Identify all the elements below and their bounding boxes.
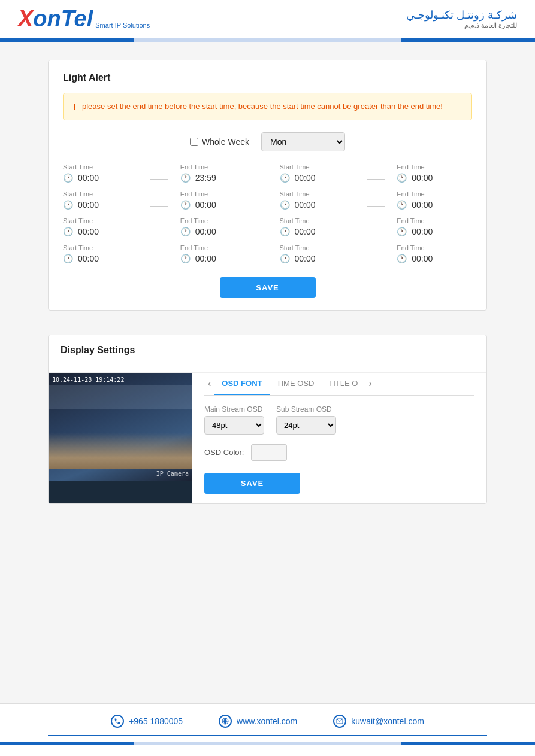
end-time-field-4: End Time 🕐 bbox=[180, 244, 256, 265]
main-stream-group: Main Stream OSD 12pt 16pt 24pt 32pt 48pt bbox=[204, 405, 264, 435]
whole-week-label[interactable]: Whole Week bbox=[190, 137, 249, 147]
footer-phone: +965 1880005 bbox=[111, 715, 183, 728]
header-right: شركـة زونتـل تكنـولوجـي للتجارة العامة ذ… bbox=[406, 8, 517, 29]
arabic-title: شركـة زونتـل تكنـولوجـي bbox=[406, 8, 517, 22]
end-time-label-r4: End Time bbox=[397, 244, 472, 251]
start-time-label-4: Start Time bbox=[63, 244, 138, 251]
start-time-input-3[interactable] bbox=[77, 226, 113, 238]
start-time-input-r3[interactable] bbox=[294, 226, 330, 238]
time-row-4-right: Start Time 🕐 End Time 🕐 bbox=[280, 244, 473, 265]
clock-icon-r2: 🕐 bbox=[280, 200, 290, 210]
start-time-input-1[interactable] bbox=[77, 172, 113, 184]
end-time-input-r1[interactable] bbox=[410, 172, 446, 184]
end-time-input-r2[interactable] bbox=[410, 199, 446, 211]
display-body: 10.24-11-28 19:14:22 IP Camera ‹ OSD FON… bbox=[49, 373, 486, 503]
end-time-input-r3[interactable] bbox=[410, 226, 446, 238]
tab-time-osd[interactable]: TIME OSD bbox=[270, 373, 322, 395]
logo-subtitle: Smart IP Solutions bbox=[95, 22, 150, 29]
warning-text: please set the end time before the start… bbox=[82, 101, 443, 113]
display-settings-save-button[interactable]: SAVE bbox=[204, 473, 300, 494]
room-floor bbox=[49, 433, 192, 469]
day-selector[interactable]: Mon Tue Wed Thu Fri Sat Sun bbox=[261, 132, 345, 151]
time-grid: Start Time 🕐 End Time 🕐 bbox=[63, 163, 472, 265]
clock-icon-3: 🕐 bbox=[63, 227, 73, 236]
end-time-label-r1: End Time bbox=[397, 163, 472, 171]
end-time-field-r4: End Time 🕐 bbox=[397, 244, 472, 265]
end-time-field-r2: End Time 🕐 bbox=[397, 190, 472, 211]
clock-icon-end-1: 🕐 bbox=[180, 173, 191, 183]
start-time-field-2: Start Time 🕐 bbox=[63, 190, 138, 211]
time-row-1-left: Start Time 🕐 End Time 🕐 bbox=[63, 163, 256, 184]
clock-icon-r3: 🕐 bbox=[280, 227, 290, 236]
footer-divider bbox=[48, 735, 487, 736]
end-time-field-2: End Time 🕐 bbox=[180, 190, 256, 211]
camera-overlay-text: IP Camera bbox=[156, 470, 189, 477]
arabic-subtitle: للتجارة العامة ذ.م.م bbox=[406, 22, 517, 29]
clock-icon-1: 🕐 bbox=[63, 173, 73, 183]
time-separator-3 bbox=[150, 233, 168, 233]
end-time-field-1: End Time 🕐 bbox=[180, 163, 256, 184]
start-time-input-4[interactable] bbox=[77, 253, 113, 265]
start-time-field-r2: Start Time 🕐 bbox=[280, 190, 355, 211]
camera-preview-inner: 10.24-11-28 19:14:22 IP Camera bbox=[49, 373, 192, 481]
display-settings-title: Display Settings bbox=[61, 345, 474, 356]
tab-next-arrow[interactable]: › bbox=[365, 374, 375, 394]
footer-bar-bottom bbox=[0, 742, 535, 745]
light-alert-save-button[interactable]: SAVE bbox=[220, 277, 316, 298]
end-time-input-3[interactable] bbox=[194, 226, 230, 238]
start-time-input-r1[interactable] bbox=[294, 172, 330, 184]
sub-stream-select[interactable]: 12pt 16pt 24pt 32pt 48pt bbox=[276, 416, 336, 435]
footer-bar-3 bbox=[401, 742, 535, 745]
clock-icon-end-2: 🕐 bbox=[180, 200, 191, 210]
time-row-2-left: Start Time 🕐 End Time 🕐 bbox=[63, 190, 256, 211]
tab-osd-font[interactable]: OSD FONT bbox=[214, 373, 269, 395]
clock-icon-2: 🕐 bbox=[63, 200, 73, 210]
start-time-field-4: Start Time 🕐 bbox=[63, 244, 138, 265]
start-time-input-r2[interactable] bbox=[294, 199, 330, 211]
alert-warning-box: ! please set the end time before the sta… bbox=[63, 93, 472, 120]
time-separator-4 bbox=[150, 260, 168, 260]
start-time-input-2[interactable] bbox=[77, 199, 113, 211]
clock-icon-r4: 🕐 bbox=[280, 254, 290, 263]
start-time-label-r4: Start Time bbox=[280, 244, 355, 251]
end-time-field-r1: End Time 🕐 bbox=[397, 163, 472, 184]
tab-title-osd[interactable]: TITLE O bbox=[321, 373, 365, 395]
end-time-label-r3: End Time bbox=[397, 217, 472, 224]
start-time-label-2: Start Time bbox=[63, 190, 138, 198]
clock-icon-end-r2: 🕐 bbox=[397, 200, 407, 210]
logo: X onTel Smart IP Solutions bbox=[18, 6, 150, 32]
time-separator-r1 bbox=[367, 179, 385, 180]
start-time-input-r4[interactable] bbox=[294, 253, 330, 265]
end-time-field-r3: End Time 🕐 bbox=[397, 217, 472, 238]
start-time-label-r1: Start Time bbox=[280, 163, 355, 171]
warning-icon: ! bbox=[73, 101, 76, 111]
end-time-input-1[interactable] bbox=[194, 172, 230, 184]
time-row-3-right: Start Time 🕐 End Time 🕐 bbox=[280, 217, 473, 238]
end-time-input-r4[interactable] bbox=[410, 253, 446, 265]
main-content: Light Alert ! please set the end time be… bbox=[0, 42, 535, 703]
end-time-label-3: End Time bbox=[180, 217, 256, 224]
clock-icon-end-r1: 🕐 bbox=[397, 173, 407, 183]
time-separator-1 bbox=[150, 179, 168, 180]
whole-week-checkbox[interactable] bbox=[190, 138, 198, 146]
clock-icon-r1: 🕐 bbox=[280, 173, 290, 183]
tab-prev-arrow[interactable]: ‹ bbox=[204, 374, 214, 394]
phone-text: +965 1880005 bbox=[129, 716, 183, 726]
end-time-input-4[interactable] bbox=[194, 253, 230, 265]
main-stream-select[interactable]: 12pt 16pt 24pt 32pt 48pt bbox=[204, 416, 264, 435]
light-alert-card: Light Alert ! please set the end time be… bbox=[48, 60, 487, 311]
room-ceiling bbox=[49, 385, 192, 409]
camera-preview: 10.24-11-28 19:14:22 IP Camera bbox=[49, 373, 192, 503]
website-text: www.xontel.com bbox=[237, 716, 297, 726]
start-time-input-wrap-1: 🕐 bbox=[63, 172, 138, 184]
osd-color-row: OSD Color: bbox=[204, 444, 474, 461]
phone-icon bbox=[111, 715, 124, 728]
email-text: kuwait@xontel.com bbox=[351, 716, 424, 726]
footer-email: kuwait@xontel.com bbox=[333, 715, 424, 728]
end-time-input-2[interactable] bbox=[194, 199, 230, 211]
start-time-label-r2: Start Time bbox=[280, 190, 355, 198]
end-time-input-wrap-1: 🕐 bbox=[180, 172, 256, 184]
start-time-field-r4: Start Time 🕐 bbox=[280, 244, 355, 265]
osd-color-box[interactable] bbox=[251, 444, 287, 461]
sub-stream-label: Sub Stream OSD bbox=[276, 405, 336, 414]
